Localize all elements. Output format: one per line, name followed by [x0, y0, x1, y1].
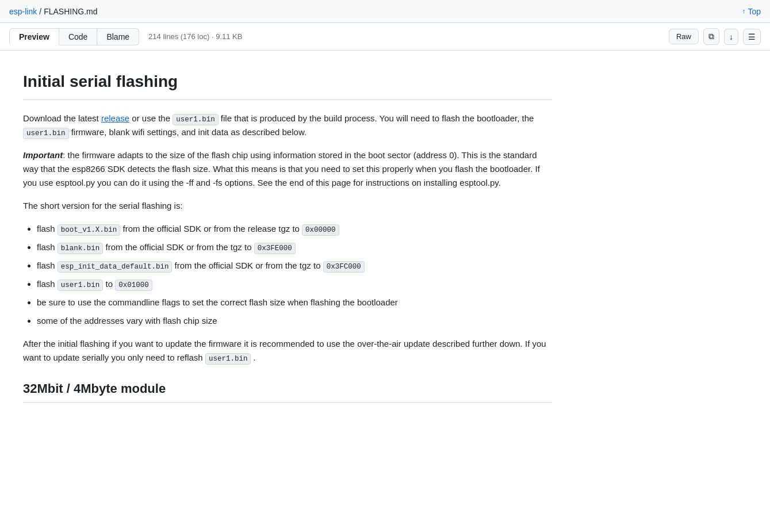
breadcrumb: esp-link / FLASHING.md: [9, 7, 98, 16]
tab-code[interactable]: Code: [59, 28, 97, 45]
para1-pre: Download the latest: [23, 113, 101, 123]
file-actions: Raw ⧉ ↓ ☰: [669, 28, 761, 45]
para1-mid: or use the: [129, 113, 173, 123]
markdown-content: Initial serial flashing Download the lat…: [0, 51, 575, 430]
li2-mid: from the official SDK or from the tgz to: [103, 242, 254, 252]
paragraph-1: Download the latest release or use the u…: [23, 112, 552, 139]
paragraph-2: Important: the firmware adapts to the si…: [23, 148, 552, 190]
download-button[interactable]: ↓: [724, 29, 738, 45]
paragraph-4: After the initial flashing if you want t…: [23, 337, 552, 365]
list-item-6: some of the addresses vary with flash ch…: [37, 314, 552, 328]
copy-icon: ⧉: [708, 32, 714, 41]
para4-text: After the initial flashing if you want t…: [23, 339, 546, 362]
top-link-label: Top: [748, 7, 761, 16]
file-stats: 214 lines (176 loc) · 9.11 KB: [148, 32, 242, 41]
file-tabs: Preview Code Blame: [9, 28, 139, 45]
file-meta-bar: Preview Code Blame 214 lines (176 loc) ·…: [0, 23, 770, 51]
raw-button[interactable]: Raw: [669, 29, 699, 44]
li2-pre: flash: [37, 242, 58, 252]
para4-end: .: [251, 353, 255, 362]
para1-post: file that is produced by the build proce…: [219, 113, 534, 123]
li1-code1: boot_v1.X.bin: [58, 224, 121, 236]
li2-code1: blank.bin: [58, 243, 104, 254]
li1-pre: flash: [37, 224, 58, 234]
tab-preview[interactable]: Preview: [9, 28, 59, 45]
list-item-1: flash boot_v1.X.bin from the official SD…: [37, 222, 552, 236]
li4-code1: user1.bin: [58, 280, 104, 291]
breadcrumb-separator: /: [39, 7, 41, 16]
flash-list: flash boot_v1.X.bin from the official SD…: [23, 222, 552, 328]
li4-code2: 0x01000: [115, 280, 152, 291]
copy-button[interactable]: ⧉: [703, 28, 719, 45]
li3-mid: from the official SDK or from the tgz to: [172, 261, 323, 270]
section-heading-32mbit: 32Mbit / 4Mbyte module: [23, 378, 552, 403]
breadcrumb-file: FLASHING.md: [44, 7, 97, 16]
li2-code2: 0x3FE000: [254, 243, 296, 254]
release-link[interactable]: release: [101, 113, 129, 123]
menu-button[interactable]: ☰: [743, 29, 761, 45]
li3-code2: 0x3FC000: [323, 261, 365, 273]
li1-code2: 0x00000: [302, 224, 339, 236]
paragraph-3: The short version for the serial flashin…: [23, 199, 552, 213]
important-strong: Important: [23, 150, 63, 160]
li4-mid: to: [103, 279, 115, 289]
top-link[interactable]: ↑ Top: [742, 7, 761, 16]
para4-code: user1.bin: [205, 353, 251, 365]
code-user1-bin-2: user1.bin: [23, 128, 69, 139]
li3-code1: esp_init_data_default.bin: [58, 261, 173, 273]
li1-mid: from the official SDK or from the releas…: [120, 224, 302, 234]
menu-icon: ☰: [748, 32, 756, 41]
code-user1-bin-1: user1.bin: [173, 114, 219, 125]
list-item-5: be sure to use the commandline flags to …: [37, 296, 552, 309]
para2-rest: : the firmware adapts to the size of the…: [23, 150, 540, 187]
top-arrow-icon: ↑: [742, 7, 745, 16]
list-item-4: flash user1.bin to 0x01000: [37, 277, 552, 291]
para1-end: firmware, blank wifi settings, and init …: [69, 127, 307, 137]
raw-label: Raw: [676, 32, 691, 41]
list-item-3: flash esp_init_data_default.bin from the…: [37, 259, 552, 273]
top-bar: esp-link / FLASHING.md ↑ Top: [0, 0, 770, 23]
page-heading: Initial serial flashing: [23, 69, 552, 100]
li3-pre: flash: [37, 261, 58, 270]
important-em: Important: [23, 150, 63, 160]
li4-pre: flash: [37, 279, 58, 289]
download-icon: ↓: [729, 32, 733, 41]
list-item-2: flash blank.bin from the official SDK or…: [37, 240, 552, 254]
tab-blame[interactable]: Blame: [97, 28, 139, 45]
breadcrumb-repo-link[interactable]: esp-link: [9, 7, 37, 16]
